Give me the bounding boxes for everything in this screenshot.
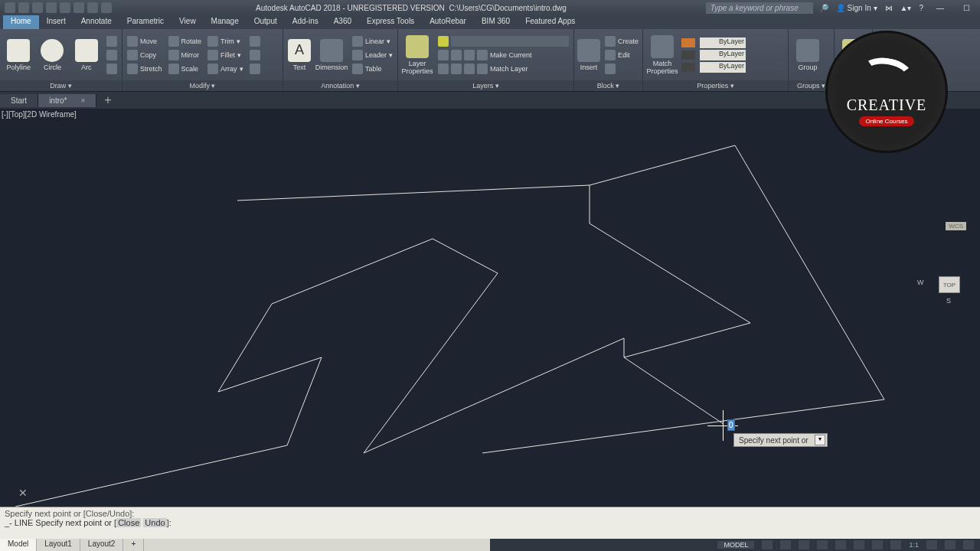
tab-addins[interactable]: Add-ins (285, 15, 326, 29)
wcs-badge[interactable]: WCS (946, 222, 966, 230)
color-dropdown[interactable]: ByLayer (681, 37, 746, 48)
line-icon[interactable] (105, 35, 119, 47)
tab-bim360[interactable]: BIM 360 (474, 15, 518, 29)
help-search-input[interactable]: Type a keyword or phrase (706, 2, 813, 14)
anno-scale[interactable]: 1:1 (909, 541, 919, 549)
new-tab-button[interactable]: + (96, 91, 119, 109)
tab-view[interactable]: View (172, 15, 204, 29)
layout-model[interactable]: Model (0, 539, 37, 551)
array-button[interactable]: Array ▾ (206, 63, 245, 75)
make-current-button[interactable]: Make Current (436, 49, 570, 61)
panel-title-modify[interactable]: Modify ▾ (122, 80, 283, 91)
qat-plot-icon[interactable] (74, 2, 84, 13)
stayconnected-icon[interactable]: ▲▾ (900, 4, 912, 12)
copy-button[interactable]: Copy (126, 49, 164, 61)
tab-output[interactable]: Output (247, 15, 285, 29)
command-line[interactable]: Specify next point or [Close/Undo]: _- L… (0, 507, 980, 539)
arc-button[interactable]: Arc (71, 39, 102, 71)
trim-button[interactable]: Trim ▾ (206, 35, 245, 47)
osnap-icon[interactable] (835, 540, 846, 549)
maximize-button[interactable]: ☐ (957, 4, 975, 12)
edit-block-button[interactable]: Edit (603, 49, 640, 61)
lineweight-dropdown[interactable]: ByLayer (681, 50, 746, 60)
gear-icon[interactable] (926, 540, 937, 549)
panel-title-annotation[interactable]: Annotation ▾ (283, 80, 397, 91)
lwt-icon[interactable] (872, 540, 883, 549)
circle-button[interactable]: Circle (37, 39, 67, 71)
table-button[interactable]: Table (351, 63, 394, 75)
mirror-button[interactable]: Mirror (167, 49, 204, 61)
linetype-dropdown[interactable]: ByLayer (681, 62, 746, 73)
drawing-canvas[interactable]: [-][Top][2D Wireframe] 0 Specify next po… (0, 109, 980, 507)
transparency-icon[interactable] (890, 540, 901, 549)
layer-properties-button[interactable]: Layer Properties (401, 35, 433, 75)
stretch-button[interactable]: Stretch (126, 63, 164, 75)
exchange-icon[interactable]: ⋈ (885, 4, 893, 12)
isolate-icon[interactable] (945, 540, 956, 549)
infocenter-icon[interactable]: 🔎 (819, 4, 828, 12)
grid-icon[interactable] (762, 540, 773, 549)
layer-dropdown[interactable] (436, 35, 570, 47)
explode-icon[interactable] (248, 49, 262, 61)
qat-undo-icon[interactable] (87, 2, 98, 13)
clean-screen-icon[interactable] (963, 540, 974, 549)
tab-manage[interactable]: Manage (204, 15, 247, 29)
doc-tab-intro[interactable]: intro*× (38, 94, 96, 107)
tab-annotate[interactable]: Annotate (74, 15, 119, 29)
minimize-button[interactable]: — (931, 4, 949, 12)
tab-parametric[interactable]: Parametric (119, 15, 172, 29)
tab-featured[interactable]: Featured Apps (518, 15, 583, 29)
tab-express[interactable]: Express Tools (359, 15, 422, 29)
qat-save-icon[interactable] (46, 2, 57, 13)
dimension-button[interactable]: Dimension (315, 39, 348, 71)
fillet-button[interactable]: Fillet ▾ (206, 49, 245, 61)
space-toggle[interactable]: MODEL (717, 541, 754, 549)
tab-insert[interactable]: Insert (39, 15, 74, 29)
dynamic-value-box[interactable]: 0 (727, 419, 735, 431)
insert-button[interactable]: Insert (577, 39, 600, 71)
erase-icon[interactable] (248, 35, 262, 47)
panel-title-block[interactable]: Block ▾ (574, 80, 642, 91)
block-attr-icon[interactable] (603, 63, 640, 75)
polar-icon[interactable] (817, 540, 828, 549)
create-block-button[interactable]: Create (603, 35, 640, 47)
scale-button[interactable]: Scale (167, 63, 204, 75)
otrack-icon[interactable] (854, 540, 864, 549)
leader-button[interactable]: Leader ▾ (351, 49, 394, 61)
match-properties-button[interactable]: Match Properties (646, 35, 678, 75)
app-icon[interactable] (5, 2, 15, 13)
doc-tab-start[interactable]: Start (0, 94, 38, 107)
hatch-icon[interactable] (105, 49, 119, 61)
viewport-label[interactable]: [-][Top][2D Wireframe] (2, 110, 77, 119)
qat-new-icon[interactable] (18, 2, 29, 13)
polyline-button[interactable]: Polyline (3, 39, 34, 71)
rotate-button[interactable]: Rotate (167, 35, 204, 47)
text-button[interactable]: AText (286, 39, 312, 71)
move-button[interactable]: Move (126, 35, 164, 47)
qat-saveas-icon[interactable] (60, 2, 70, 13)
close-tab-icon[interactable]: × (80, 96, 85, 105)
layout-2[interactable]: Layout2 (80, 539, 124, 551)
quick-access-toolbar[interactable] (0, 2, 116, 13)
match-layer-button[interactable]: Match Layer (436, 63, 570, 75)
panel-title-layers[interactable]: Layers ▾ (398, 80, 573, 91)
tab-a360[interactable]: A360 (326, 15, 359, 29)
viewcube-top[interactable]: TOP (939, 277, 959, 292)
ucs-close-icon[interactable]: ✕ (18, 487, 28, 499)
more-draw-icon[interactable] (105, 63, 119, 75)
qat-redo-icon[interactable] (101, 2, 112, 13)
panel-title-properties[interactable]: Properties ▾ (643, 80, 788, 91)
help-icon[interactable]: ? (919, 4, 923, 12)
tab-home[interactable]: Home (3, 15, 39, 29)
view-cube[interactable]: W TOP S (933, 269, 966, 303)
signin-button[interactable]: 👤 Sign In ▾ (836, 4, 877, 12)
add-layout-button[interactable]: + (123, 539, 144, 551)
panel-title-draw[interactable]: Draw ▾ (0, 80, 122, 91)
layout-1[interactable]: Layout1 (37, 539, 80, 551)
group-button[interactable]: Group (792, 39, 824, 71)
linear-button[interactable]: Linear ▾ (351, 35, 394, 47)
snap-icon[interactable] (780, 540, 791, 549)
offset-icon[interactable] (248, 63, 262, 75)
qat-open-icon[interactable] (32, 2, 43, 13)
dynamic-options-icon[interactable]: ▾ (815, 435, 825, 445)
